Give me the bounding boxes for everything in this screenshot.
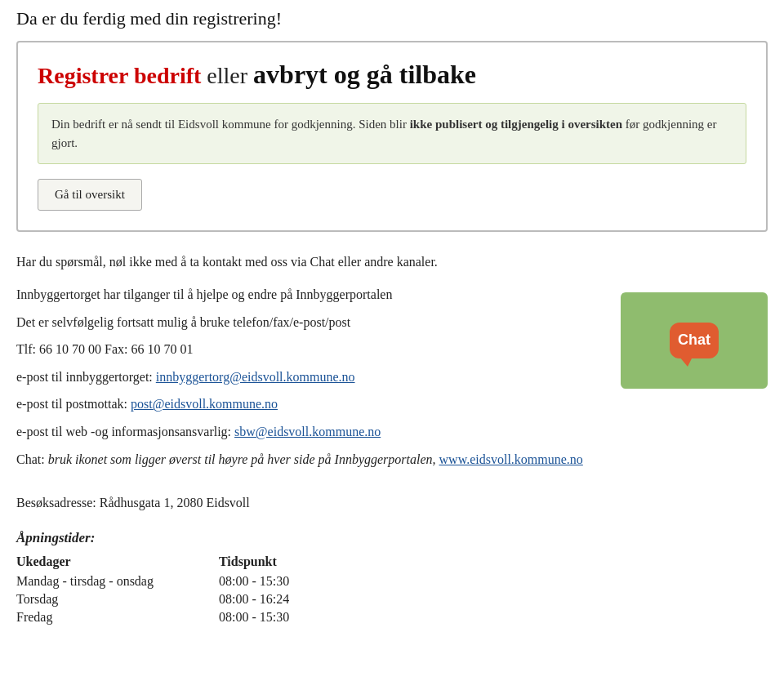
registration-box: Registrer bedrift eller avbryt og gå til… [16, 41, 768, 232]
info-text-bold: ikke publisert og tilgjengelig i oversik… [410, 118, 622, 131]
contact-text-area: Innbyggertorget har tilganger til å hjel… [16, 284, 604, 476]
contact-email-web: e-post til web -og informasjonsansvarlig… [16, 421, 604, 443]
chat-label: Chat: [16, 452, 48, 466]
page-header: Da er du ferdig med din registrering! [16, 8, 768, 29]
info-text-part1: Din bedrift er nå sendt til Eidsvoll kom… [51, 118, 410, 131]
info-message: Din bedrift er nå sendt til Eidsvoll kom… [38, 103, 746, 164]
contact-intro: Har du spørsmål, nøl ikke med å ta konta… [16, 252, 768, 273]
contact-section: Har du spørsmål, nøl ikke med å ta konta… [16, 252, 768, 476]
goto-oversikt-button[interactable]: Gå til oversikt [38, 179, 142, 211]
chat-bubble-icon: Chat [670, 323, 719, 358]
chat-widget[interactable]: Chat [621, 292, 768, 389]
email-innbygger-link[interactable]: innbyggertorg@eidsvoll.kommune.no [156, 370, 355, 384]
hours-time-cell: 08:00 - 15:30 [219, 572, 354, 590]
email-post-link[interactable]: post@eidsvoll.kommune.no [131, 397, 278, 411]
hours-day-cell: Torsdag [16, 590, 219, 608]
hours-table-header-row: Ukedager Tidspunkt [16, 553, 354, 572]
hours-table-row: Fredag08:00 - 15:30 [16, 608, 354, 626]
hours-table: Ukedager Tidspunkt Mandag - tirsdag - on… [16, 553, 354, 626]
contact-chat-info: Chat: bruk ikonet som ligger øverst til … [16, 449, 604, 470]
contact-email-post: e-post til postmottak: post@eidsvoll.kom… [16, 394, 604, 415]
title-registrer: Registrer bedrift [38, 63, 201, 88]
hours-time-cell: 08:00 - 16:24 [219, 590, 354, 608]
email-web-link[interactable]: sbw@eidsvoll.kommune.no [234, 425, 381, 438]
hours-section: Åpningstider: Ukedager Tidspunkt Mandag … [16, 530, 768, 626]
chat-widget-label: Chat [678, 332, 710, 349]
title-avbryt: avbryt og gå tilbake [253, 60, 476, 89]
email-innbygger-label: e-post til innbyggertorget: [16, 370, 156, 384]
hours-table-row: Torsdag08:00 - 16:24 [16, 590, 354, 608]
col-header-time: Tidspunkt [219, 553, 354, 572]
contact-paragraph1: Innbyggertorget har tilganger til å hjel… [16, 284, 604, 305]
contact-phone-fax: Tlf: 66 10 70 00 Fax: 66 10 70 01 [16, 339, 604, 360]
address-text: Besøksadresse: Rådhusgata 1, 2080 Eidsvo… [16, 492, 768, 514]
hours-day-cell: Fredag [16, 608, 219, 626]
chat-italic-text: bruk ikonet som ligger øverst til høyre … [48, 452, 439, 466]
chat-link[interactable]: www.eidsvoll.kommune.no [439, 452, 583, 466]
contact-email-innbygger: e-post til innbyggertorget: innbyggertor… [16, 367, 604, 388]
col-header-days: Ukedager [16, 553, 219, 572]
hours-time-cell: 08:00 - 15:30 [219, 608, 354, 626]
hours-day-cell: Mandag - tirsdag - onsdag [16, 572, 219, 590]
email-web-label: e-post til web -og informasjonsansvarlig… [16, 425, 234, 438]
title-eller: eller [207, 63, 253, 88]
contact-paragraph2: Det er selvfølgelig fortsatt mulig å bru… [16, 312, 604, 333]
email-post-label: e-post til postmottak: [16, 397, 131, 411]
main-content-area: Innbyggertorget har tilganger til å hjel… [16, 284, 768, 476]
registration-title: Registrer bedrift eller avbryt og gå til… [38, 59, 746, 90]
hours-title: Åpningstider: [16, 530, 768, 546]
address-section: Besøksadresse: Rådhusgata 1, 2080 Eidsvo… [16, 492, 768, 514]
hours-table-row: Mandag - tirsdag - onsdag08:00 - 15:30 [16, 572, 354, 590]
